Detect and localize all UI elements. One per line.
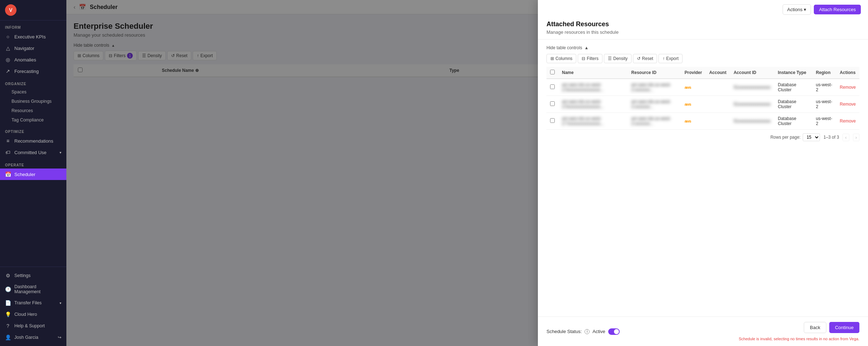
row-name-cell: arn:aws:rds:us-west-2:5xxxxxxxxxxxxxxx..… — [558, 96, 628, 113]
sidebar-item-label: Resources — [11, 108, 33, 113]
pagination-prev-button[interactable]: ‹ — [843, 134, 849, 141]
sidebar-item-label: Settings — [14, 273, 31, 278]
sidebar-item-label: Business Groupings — [11, 99, 52, 104]
row-account-cell — [705, 96, 730, 113]
panel-col-account: Account — [705, 67, 730, 79]
status-value: Active — [592, 329, 605, 334]
sidebar-item-forecasting[interactable]: ↗ Forecasting — [0, 65, 66, 77]
panel-footer-right: Back Continue Schedule is invalid, selec… — [739, 322, 859, 341]
row-action-cell: Remove — [836, 113, 859, 130]
sidebar-item-label: Committed Use — [14, 150, 47, 155]
sidebar-item-cloud-hero[interactable]: 💡 Cloud Hero — [0, 309, 66, 320]
sidebar-item-scheduler[interactable]: 📅 Scheduler — [0, 169, 66, 180]
sidebar-item-business-groupings[interactable]: Business Groupings — [0, 97, 66, 106]
panel-footer-actions: Back Continue — [804, 322, 859, 333]
section-label-optimize: Optimize — [0, 125, 66, 135]
panel-table-controls-toggle[interactable]: Hide table controls ▲ — [546, 45, 859, 50]
row-account-id-cell: 51xxxxxxxxxxxxxxx — [730, 79, 774, 96]
row-action-cell: Remove — [836, 79, 859, 96]
recommendations-icon: ≡ — [5, 138, 11, 144]
panel-density-label: Density — [613, 56, 628, 61]
actions-chevron-icon: ▾ — [804, 7, 806, 12]
sidebar-item-recommendations[interactable]: ≡ Recommendations — [0, 135, 66, 147]
pagination-next-button[interactable]: › — [853, 134, 859, 141]
panel-density-button[interactable]: ☰ Density — [604, 54, 632, 63]
panel-caret-icon: ▲ — [584, 45, 588, 50]
help-icon: ? — [5, 323, 11, 329]
panel-reset-button[interactable]: ↺ Reset — [633, 54, 657, 63]
sidebar-item-spaces[interactable]: Spaces — [0, 87, 66, 97]
panel: Actions ▾ Attach Resources Attached Reso… — [538, 0, 868, 346]
sidebar-item-label: Spaces — [11, 89, 27, 94]
remove-link[interactable]: Remove — [840, 85, 856, 90]
attach-label: Attach Resources — [819, 7, 856, 12]
row-resource-id: arn:aws:rds:us-west-2:xxxxxxx... — [631, 116, 671, 126]
row-checkbox[interactable] — [550, 101, 555, 106]
row-checkbox-cell — [546, 96, 558, 113]
continue-button[interactable]: Continue — [829, 322, 859, 333]
panel-export-button[interactable]: ↑ Export — [658, 54, 682, 63]
sidebar-bottom: ⚙ Settings 🕐 Dashboard Management 📄 Tran… — [0, 267, 66, 346]
row-resource-id-cell: arn:aws:rds:us-west-2:xxxxxxx... — [628, 113, 681, 130]
actions-label: Actions — [787, 7, 803, 12]
row-resource-id: arn:aws:rds:us-west-2:xxxxxxx... — [631, 99, 671, 109]
rows-per-page-select[interactable]: 15 25 50 — [803, 133, 820, 141]
row-name: arn:aws:rds:us-west-2:5xxxxxxxxxxxxxxx..… — [562, 99, 604, 109]
sidebar-item-settings[interactable]: ⚙ Settings — [0, 270, 66, 281]
section-label-organize: Organize — [0, 77, 66, 87]
sidebar-item-label: Anomalies — [14, 57, 36, 63]
row-region-cell: us-west-2 — [812, 96, 836, 113]
panel-density-icon: ☰ — [608, 56, 612, 61]
remove-link[interactable]: Remove — [840, 102, 856, 107]
sidebar-item-transfer-files[interactable]: 📄 Transfer Files ▾ — [0, 297, 66, 309]
sidebar-item-committed-use[interactable]: 🏷 Committed Use ▾ — [0, 147, 66, 158]
sidebar-item-resources[interactable]: Resources — [0, 106, 66, 115]
attach-resources-button[interactable]: Attach Resources — [814, 5, 861, 14]
row-provider-cell: aws — [681, 96, 706, 113]
panel-select-all[interactable] — [550, 70, 555, 74]
panel-filters-icon: ⊟ — [582, 56, 585, 61]
sidebar-item-dashboard-management[interactable]: 🕐 Dashboard Management — [0, 281, 66, 297]
panel-footer: Schedule Status: i Active Back Continue … — [538, 317, 868, 346]
row-resource-id: arn:aws:rds:us-west-2:xxxxxxx... — [631, 82, 671, 92]
sidebar-item-label: Scheduler — [14, 172, 36, 177]
panel-col-region: Region — [812, 67, 836, 79]
aws-logo: aws — [685, 119, 691, 123]
navigator-icon: △ — [5, 45, 11, 51]
aws-logo: aws — [685, 102, 691, 106]
remove-link[interactable]: Remove — [840, 119, 856, 124]
row-checkbox[interactable] — [550, 118, 555, 123]
status-info-icon[interactable]: i — [585, 329, 590, 334]
row-account-id-cell: 51xxxxxxxxxxxxxxx — [730, 96, 774, 113]
sidebar-item-label: Cloud Hero — [14, 312, 37, 317]
sidebar-item-help-support[interactable]: ? Help & Support — [0, 320, 66, 332]
actions-button[interactable]: Actions ▾ — [783, 4, 811, 15]
sidebar-item-anomalies[interactable]: ◎ Anomalies — [0, 54, 66, 65]
panel-columns-button[interactable]: ⊞ Columns — [546, 54, 576, 63]
sidebar-item-label: Executive KPIs — [14, 34, 46, 40]
sidebar-item-label: Help & Support — [14, 323, 45, 328]
transfer-icon: 📄 — [5, 300, 11, 306]
row-instance-type-cell: Database Cluster — [774, 79, 812, 96]
committed-use-icon: 🏷 — [5, 149, 11, 155]
row-account-id: 51xxxxxxxxxxxxxxx — [733, 85, 770, 90]
row-checkbox-cell — [546, 113, 558, 130]
sidebar-item-executive-kpis[interactable]: ○ Executive KPIs — [0, 31, 66, 42]
panel-export-label: Export — [666, 56, 679, 61]
row-provider-cell: aws — [681, 79, 706, 96]
rows-per-page-label: Rows per page: — [770, 135, 801, 140]
row-account-cell — [705, 113, 730, 130]
sidebar-item-navigator[interactable]: △ Navigator — [0, 42, 66, 54]
sidebar-item-tag-compliance[interactable]: Tag Compliance — [0, 115, 66, 125]
active-toggle[interactable] — [608, 328, 620, 335]
row-action-cell: Remove — [836, 96, 859, 113]
sidebar-item-user[interactable]: 👤 Josh Garcia ↪ — [0, 332, 66, 343]
back-button[interactable]: Back — [804, 322, 826, 333]
row-account-id: 51xxxxxxxxxxxxxxx — [733, 119, 770, 124]
pagination-range: 1–3 of 3 — [824, 135, 839, 140]
logo-icon: V — [5, 4, 17, 16]
panel-col-instance-type: Instance Type — [774, 67, 812, 79]
row-checkbox[interactable] — [550, 84, 555, 89]
dashboard-icon: 🕐 — [5, 286, 11, 292]
panel-filters-button[interactable]: ⊟ Filters — [578, 54, 602, 63]
